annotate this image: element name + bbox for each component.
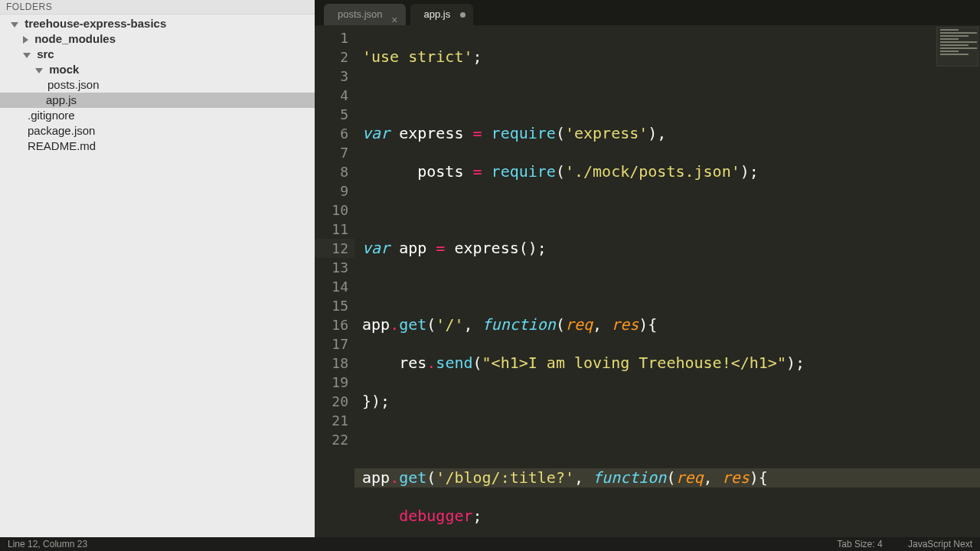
line-number-gutter: 1234 5678 9101112 13141516 17181920 2122 <box>315 25 354 537</box>
status-bar: Line 12, Column 23 Tab Size: 4 JavaScrip… <box>0 537 980 551</box>
tree-file-readme[interactable]: README.md <box>0 139 315 154</box>
tree-folder-mock[interactable]: mock <box>0 62 315 77</box>
folder-label: node_modules <box>34 32 116 45</box>
tree-file-posts-json[interactable]: posts.json <box>0 77 315 93</box>
chevron-down-icon <box>23 53 31 58</box>
editor-area: posts.json × app.js 1234 5678 9101112 13… <box>315 0 980 537</box>
status-syntax[interactable]: JavaScript Next <box>908 539 972 549</box>
chevron-down-icon <box>35 68 43 73</box>
tree-file-gitignore[interactable]: .gitignore <box>0 108 315 123</box>
tab-label: posts.json <box>338 8 383 20</box>
tree-file-package-json[interactable]: package.json <box>0 123 315 139</box>
file-label: README.md <box>28 139 96 152</box>
code-viewport[interactable]: 1234 5678 9101112 13141516 17181920 2122… <box>315 25 980 537</box>
minimap[interactable] <box>936 27 978 67</box>
tab-label: app.js <box>424 8 451 20</box>
tab-bar: posts.json × app.js <box>315 0 980 25</box>
folder-label: mock <box>49 63 79 76</box>
file-label: .gitignore <box>28 109 75 122</box>
folder-sidebar: FOLDERS treehouse-express-basics node_mo… <box>0 0 315 537</box>
folder-label: treehouse-express-basics <box>24 17 166 30</box>
tree-folder-src[interactable]: src <box>0 47 315 62</box>
status-tab-size[interactable]: Tab Size: 4 <box>837 539 882 549</box>
chevron-down-icon <box>11 22 18 28</box>
file-label: package.json <box>28 124 95 137</box>
code-content[interactable]: 'use strict'; var express = require('exp… <box>354 25 980 537</box>
tree-folder-node-modules[interactable]: node_modules <box>0 31 315 47</box>
tab-app-js[interactable]: app.js <box>410 4 474 25</box>
file-label: app.js <box>35 93 77 106</box>
file-label: posts.json <box>47 78 100 91</box>
file-tree: treehouse-express-basics node_modules sr… <box>0 15 315 154</box>
chevron-right-icon <box>23 36 28 44</box>
tab-posts-json[interactable]: posts.json × <box>324 4 406 25</box>
status-cursor-position[interactable]: Line 12, Column 23 <box>8 537 814 551</box>
tree-file-app-js[interactable]: app.js <box>0 93 315 108</box>
folder-label: src <box>37 47 54 60</box>
dirty-indicator-icon <box>460 12 466 18</box>
tree-folder-project[interactable]: treehouse-express-basics <box>0 16 315 31</box>
sidebar-header: FOLDERS <box>0 0 315 15</box>
